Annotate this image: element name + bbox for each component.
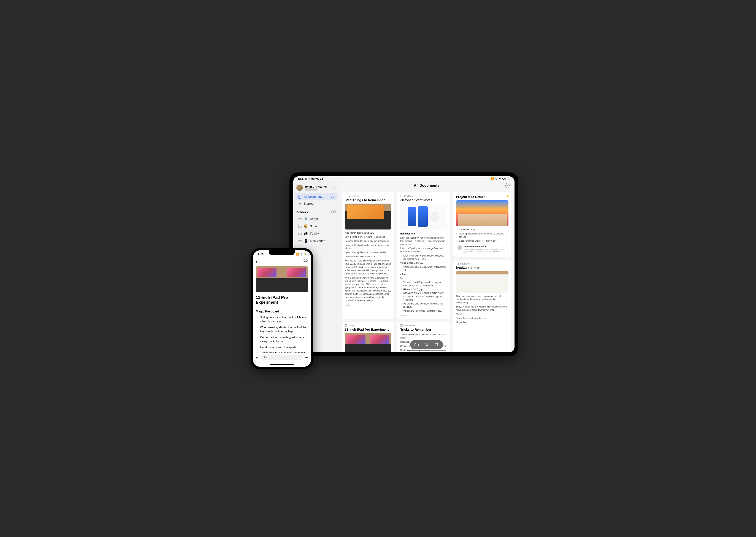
note-heading: Magic Keyboard (256, 310, 308, 313)
sidebar-item-label: All Documents (304, 195, 323, 198)
sidebar-folder-family[interactable]: 👨‍👩‍👧‍👦 Family (295, 230, 337, 237)
battery-icon: 🔋 (507, 177, 510, 180)
card-crumb: MacStories (404, 324, 415, 327)
card-subheading: HomePod mini (400, 232, 447, 235)
note-body[interactable]: 11-inch iPad Pro Experiment Magic Keyboa… (253, 265, 311, 353)
sidebar-folder-adapt[interactable]: 🎙️ Adapt (295, 216, 337, 222)
folder-icon (298, 239, 302, 243)
format-input[interactable] (261, 354, 302, 360)
document-card[interactable]: Adapt 11-inch iPad Pro Experiment Magic … (342, 322, 394, 352)
toolbar-more-button[interactable]: ••• (305, 356, 308, 359)
ipad-device: 8:52 AM Thu Nov 12 📶 📡 ➤ 79% 🔋 Ryan Chri… (289, 173, 518, 356)
notch (269, 250, 295, 255)
star-icon: ★ (506, 194, 509, 199)
card-line: Intercom: Quickly send a message from on… (400, 247, 447, 253)
card-thumbnail (456, 200, 509, 226)
home-indicator[interactable] (253, 362, 311, 367)
card-line: Command-Option then tap link to open in … (345, 244, 391, 250)
folder-label: Adapt (310, 217, 318, 221)
card-crumb: MacStories (404, 195, 415, 197)
chevron-down-icon: ⌄ (333, 186, 336, 189)
tweet-embed[interactable]: Sindre Sorhus on Twitter "I made a new m… (456, 244, 509, 255)
note-bullet: Trackpad size: 4x2 inches. Both just sli… (260, 351, 308, 353)
iphone-device: 9:16 📶 📡 🔋 ‹ ⋯ 11-inch iPad Pro Experime… (250, 248, 313, 369)
card-crumb: MacStories (349, 195, 359, 197)
ipad-time: 8:52 AM (298, 177, 308, 180)
folder-label: School (310, 225, 319, 228)
sidebar-item-starred[interactable]: ★ Starred (295, 200, 337, 207)
document-icon (298, 195, 302, 198)
card-line: Tap on AirPods pill notification to swit… (400, 333, 447, 340)
iphone-nav: ‹ ⋯ (253, 259, 311, 265)
signal-icon: 📶 (296, 253, 299, 256)
iphone-toolbar: ⊕ ••• (253, 353, 311, 362)
card-line: Command-0 tp view actual size (345, 255, 391, 258)
tweet-text: "I made a new macOS app: Shareful — Make… (464, 248, 507, 251)
folders-heading: Folders (296, 210, 308, 214)
dock-folder-button[interactable] (412, 341, 421, 349)
avatar (296, 185, 303, 191)
document-card[interactable]: MacStories iPadOS Pointer Adaptive Preci… (453, 260, 511, 352)
card-title: iPad Things to Remember (345, 198, 391, 202)
note-hero-image (256, 266, 308, 292)
add-folder-button[interactable]: + (331, 210, 336, 214)
note-title: 11-inch iPad Pro Experiment (256, 295, 308, 305)
folder-icon (298, 225, 302, 228)
wifi-icon: 📡 (495, 177, 498, 180)
document-card[interactable]: MacStories iPad Things to Remember !g to… (342, 192, 394, 319)
card-line: Verizon, over 4 Gbps download in peak co… (403, 281, 447, 287)
tweet-author: Sindre Sorhus on Twitter (464, 245, 507, 248)
folder-icon (400, 195, 403, 197)
star-icon: ★ (298, 202, 302, 205)
ipad-date: Thu Nov 12 (309, 177, 323, 180)
sidebar-folder-macstories[interactable]: 📱 MacStories (295, 237, 337, 244)
card-line: Here's how you do it: with Auto-Capitali… (345, 276, 391, 302)
card-footer: Kaiann (400, 314, 447, 316)
card-line: Command then tap link to open in backgro… (345, 239, 391, 243)
card-crumb: Adapt (349, 324, 354, 327)
folder-emoji: 👨‍👩‍👧‍👦 (304, 232, 308, 235)
card-line: Clicker suite of apps (456, 228, 509, 231)
folder-icon (298, 232, 302, 235)
card-line: Check email for Clicker for Prime Video (459, 239, 509, 242)
folder-icon (456, 263, 459, 265)
card-title: iPadOS Pointer (456, 266, 509, 269)
card-title: October Event Notes (400, 198, 447, 202)
folder-icon (298, 217, 302, 221)
note-bullet: When wearing shorts, the back of the key… (260, 325, 308, 334)
folder-icon (345, 324, 347, 326)
sidebar-folder-school[interactable]: 🦁 School (295, 223, 337, 230)
battery-icon: 🔋 (304, 253, 307, 256)
folder-emoji: 🦁 (304, 224, 308, 228)
location-icon: ➤ (499, 177, 501, 180)
document-card[interactable]: ★ Project Mac Return Clicker suite of ap… (453, 192, 511, 257)
card-line: Order November 6, ships week of November… (403, 266, 447, 272)
attach-button[interactable]: ⊕ (256, 356, 258, 359)
more-button[interactable]: ⋯ (303, 259, 308, 264)
more-button[interactable]: ⋯ (506, 183, 511, 188)
card-title: 11-inch iPad Pro Experiment (345, 328, 391, 331)
card-line: Morphs (456, 312, 509, 316)
dock-search-button[interactable] (422, 341, 431, 349)
svg-line-5 (427, 345, 428, 346)
document-card[interactable]: MacStories October Event Notes HomePod m… (397, 192, 450, 319)
folder-emoji: 🎙️ (304, 217, 308, 221)
profile-name: Ryan Christoffel (305, 185, 331, 188)
card-line: Even works with Watch, iPhone, iPad, etc… (403, 254, 447, 261)
note-bullet: On bed, either cross-legged or legs stra… (260, 335, 308, 344)
card-line: Later this year: new hand-off experience… (400, 236, 447, 246)
sidebar-item-all-documents[interactable]: All Documents 21 (295, 193, 337, 200)
note-bullet: Hand cramps from trackpad? (260, 345, 308, 350)
card-line: Shift then tap a link to Add to Reading … (345, 235, 391, 238)
card-line: White, Space Gray, $99 (400, 261, 447, 265)
signal-icon: 📶 (491, 177, 494, 180)
home-indicator[interactable] (407, 351, 446, 351)
back-button[interactable]: ‹ (256, 259, 257, 265)
dock-compose-button[interactable] (432, 341, 441, 349)
page-title: All Documents (414, 184, 439, 188)
svg-rect-0 (298, 195, 301, 198)
card-line: Video apps for macOS in the absence of n… (459, 232, 509, 238)
profile-row[interactable]: Ryan Christoffel ████████ ⌄ (293, 183, 339, 193)
document-count: 21 (331, 195, 334, 198)
card-line: Adaptive Precision - pointer becomes mor… (456, 295, 509, 304)
